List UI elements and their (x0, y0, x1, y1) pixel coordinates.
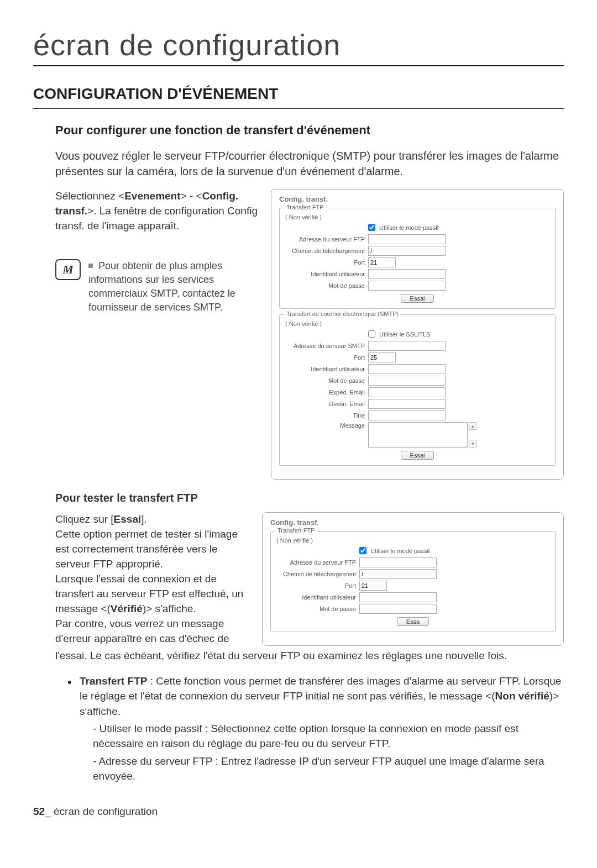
smtp-legend: Transfert de courrier électronique (SMTP… (284, 311, 401, 317)
smtp-ssl-label: Utiliser le SSL/TLS (379, 331, 430, 338)
sub-heading: Pour configurer une fonction de transfer… (55, 123, 564, 138)
ftp2-test-button[interactable]: Essa (397, 617, 429, 626)
page-footer: 52_ écran de configuration (33, 806, 564, 818)
smtp-title-label: Titre (285, 412, 368, 419)
ftp-pass-label: Mot de passe (285, 282, 368, 289)
smtp-from-input[interactable] (368, 387, 446, 397)
smtp-fieldset: Transfert de courrier électronique (SMTP… (279, 314, 556, 466)
scroll-down-icon[interactable]: ▾ (469, 440, 476, 448)
square-bullet-icon (88, 264, 93, 268)
ftp2-port-input[interactable] (359, 581, 387, 591)
intro-paragraph: Vous pouvez régler le serveur FTP/courri… (55, 149, 564, 179)
page-title: écran de configuration (33, 28, 564, 66)
smtp-user-label: Identifiant utilisateur (285, 366, 368, 372)
smtp-addr-input[interactable] (368, 341, 446, 351)
ftp-path-input[interactable] (368, 246, 446, 256)
ftp-user-input[interactable] (368, 269, 446, 279)
note-icon: M (55, 259, 81, 280)
config-transf-dialog: Config. transf. Transfert FTP ( Non véri… (271, 189, 564, 480)
ftp-fieldset: Transfert FTP ( Non vérifié ) Utiliser l… (279, 208, 556, 309)
ftp2-addr-input[interactable] (359, 557, 437, 567)
ftp2-pass-input[interactable] (359, 604, 437, 614)
ftp-addr-input[interactable] (368, 234, 446, 244)
ftp2-passive-checkbox[interactable] (359, 547, 366, 554)
ftp-pass-input[interactable] (368, 281, 446, 291)
select-instruction: Sélectionnez <Evenement> - <Config. tran… (55, 189, 265, 234)
smtp-pass-input[interactable] (368, 376, 446, 386)
ftp-port-input[interactable] (368, 257, 396, 267)
smtp-from-label: Expéd. Email (285, 389, 368, 396)
smtp-msg-label: Message (285, 422, 368, 429)
smtp-title-input[interactable] (368, 411, 446, 420)
smtp-test-button[interactable]: Essai (401, 451, 434, 460)
ftp-status: ( Non vérifié ) (285, 214, 549, 220)
test-paragraph-cont: l'essai. Le cas échéant, vérifiez l'état… (55, 649, 564, 664)
ftp2-addr-label: Adresse du serveur FTP (276, 559, 359, 566)
ftp2-fieldset: Transfert FTP ( Non vérifié ) Utiliser l… (270, 531, 556, 632)
dash-passive-mode: - Utiliser le mode passif : Sélectionnez… (93, 721, 564, 751)
dash-ftp-address: - Adresse du serveur FTP : Entrez l'adre… (93, 754, 564, 784)
ftp2-legend: Transfert FTP (275, 527, 317, 534)
dialog-title: Config. transf. (279, 195, 556, 203)
smtp-user-input[interactable] (368, 364, 446, 374)
scroll-up-icon[interactable]: ▴ (469, 422, 476, 430)
ftp2-pass-label: Mot de passe (276, 606, 359, 612)
ftp2-passive-label: Utiliser le mode passif (370, 548, 430, 554)
ftp-passive-label: Utiliser le mode passif (379, 224, 439, 231)
ftp2-port-label: Port (276, 582, 359, 589)
smtp-msg-textarea[interactable] (368, 422, 468, 448)
ftp-path-label: Chemin de téléchargement (285, 248, 368, 254)
ftp2-status: ( Non vérifié ) (276, 537, 549, 544)
smtp-pass-label: Mot de passe (285, 377, 368, 384)
ftp-legend: Transfert FTP (284, 204, 326, 211)
section-title: CONFIGURATION D'ÉVÉNEMENT (33, 85, 564, 109)
smtp-port-label: Port (285, 354, 368, 361)
ftp-addr-label: Adresse du serveur FTP (285, 236, 368, 243)
ftp2-user-input[interactable] (359, 592, 437, 602)
ftp-test-heading: Pour tester le transfert FTP (55, 492, 564, 504)
ftp-passive-checkbox[interactable] (368, 224, 375, 231)
ftp-test-button[interactable]: Essai (401, 294, 434, 303)
config-transf-dialog-2: Config. transf. Transfert FTP ( Non véri… (262, 512, 564, 646)
smtp-addr-label: Adresse du serveur SMTP (285, 343, 368, 349)
note-text: Pour obtenir de plus amples informations… (88, 259, 265, 314)
smtp-to-input[interactable] (368, 399, 446, 409)
ftp2-user-label: Identifiant utilisateur (276, 594, 359, 601)
ftp-port-label: Port (285, 259, 368, 266)
smtp-to-label: Destin. Email (285, 401, 368, 407)
test-paragraph: Cliquez sur [Essai]. Cette option permet… (55, 512, 254, 646)
smtp-status: ( Non vérifié ) (285, 320, 549, 327)
smtp-ssl-checkbox[interactable] (368, 330, 375, 338)
ftp-user-label: Identifiant utilisateur (285, 271, 368, 277)
smtp-port-input[interactable] (368, 353, 396, 362)
ftp2-path-input[interactable] (359, 569, 437, 579)
ftp2-path-label: Chemin de téléchargement (276, 571, 359, 577)
bullet-ftp-transfer: Transfert FTP : Cette fonction vous perm… (67, 674, 564, 784)
dialog2-title: Config. transf. (270, 518, 556, 527)
